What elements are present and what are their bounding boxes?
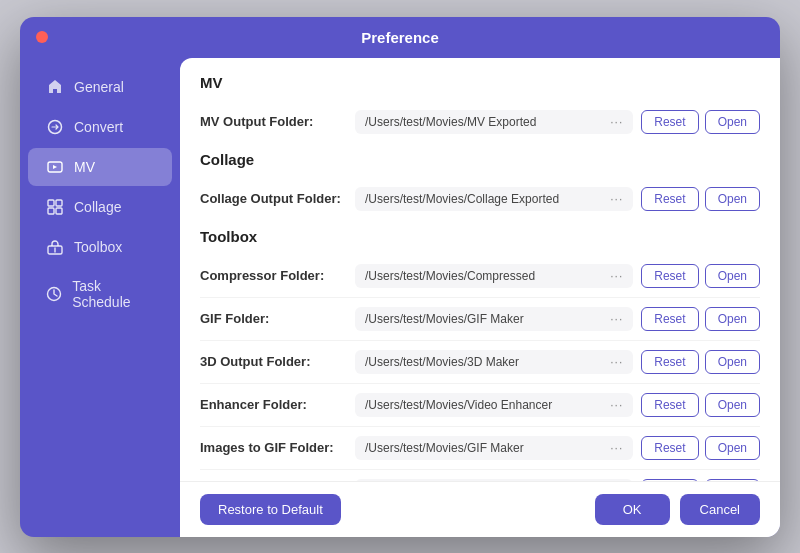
footer-actions: OK Cancel — [595, 494, 760, 525]
svg-rect-2 — [48, 200, 54, 206]
folder-row: 3D Output Folder: /Users/test/Movies/3D … — [200, 341, 760, 384]
taskschedule-icon — [46, 285, 62, 303]
folder-row: Collage Output Folder: /Users/test/Movie… — [200, 178, 760, 220]
folder-actions: Reset Open — [641, 393, 760, 417]
open-button[interactable]: Open — [705, 393, 760, 417]
footer: Restore to Default OK Cancel — [180, 481, 780, 537]
folder-label: 3D Output Folder: — [200, 354, 355, 369]
section-title-toolbox: Toolbox — [200, 228, 760, 245]
close-button[interactable] — [36, 31, 48, 43]
title-bar: Preference — [20, 17, 780, 58]
sidebar-item-toolbox[interactable]: Toolbox — [28, 228, 172, 266]
folder-path-wrap: /Users/test/Movies/MV Exported ··· — [355, 110, 633, 134]
reset-button[interactable]: Reset — [641, 436, 698, 460]
sidebar-label-taskschedule: Task Schedule — [72, 278, 154, 310]
folder-path: /Users/test/Movies/Collage Exported — [365, 192, 604, 206]
folder-row: Enhancer Folder: /Users/test/Movies/Vide… — [200, 384, 760, 427]
folder-dots[interactable]: ··· — [610, 269, 623, 283]
sidebar-item-collage[interactable]: Collage — [28, 188, 172, 226]
reset-button[interactable]: Reset — [641, 479, 698, 481]
folder-row: Video Trimmer Folder: /Users/test/Movies… — [200, 470, 760, 481]
sidebar-label-toolbox: Toolbox — [74, 239, 122, 255]
folder-row: GIF Folder: /Users/test/Movies/GIF Maker… — [200, 298, 760, 341]
collage-icon — [46, 198, 64, 216]
folder-actions: Reset Open — [641, 264, 760, 288]
open-button[interactable]: Open — [705, 264, 760, 288]
sidebar-label-general: General — [74, 79, 124, 95]
main-content: MV MV Output Folder: /Users/test/Movies/… — [180, 58, 780, 537]
section-mv: MV MV Output Folder: /Users/test/Movies/… — [200, 74, 760, 143]
folder-actions: Reset Open — [641, 479, 760, 481]
restore-default-button[interactable]: Restore to Default — [200, 494, 341, 525]
window-title: Preference — [361, 29, 439, 46]
folder-dots[interactable]: ··· — [610, 355, 623, 369]
folder-actions: Reset Open — [641, 307, 760, 331]
folder-row: MV Output Folder: /Users/test/Movies/MV … — [200, 101, 760, 143]
folder-actions: Reset Open — [641, 187, 760, 211]
folder-label: MV Output Folder: — [200, 114, 355, 129]
folder-path-wrap: /Users/test/Movies/Compressed ··· — [355, 264, 633, 288]
folder-path: /Users/test/Movies/Video Enhancer — [365, 398, 604, 412]
folder-path: /Users/test/Movies/GIF Maker — [365, 441, 604, 455]
section-title-mv: MV — [200, 74, 760, 91]
folder-path: /Users/test/Movies/Compressed — [365, 269, 604, 283]
folder-actions: Reset Open — [641, 110, 760, 134]
open-button[interactable]: Open — [705, 110, 760, 134]
folder-row: Compressor Folder: /Users/test/Movies/Co… — [200, 255, 760, 298]
reset-button[interactable]: Reset — [641, 393, 698, 417]
reset-button[interactable]: Reset — [641, 187, 698, 211]
folder-label: Images to GIF Folder: — [200, 440, 355, 455]
open-button[interactable]: Open — [705, 479, 760, 481]
reset-button[interactable]: Reset — [641, 264, 698, 288]
reset-button[interactable]: Reset — [641, 350, 698, 374]
folder-path: /Users/test/Movies/GIF Maker — [365, 312, 604, 326]
svg-rect-4 — [48, 208, 54, 214]
folder-label: Compressor Folder: — [200, 268, 355, 283]
sidebar: General Convert MV Collage Toolbox Task … — [20, 58, 180, 537]
section-toolbox: Toolbox Compressor Folder: /Users/test/M… — [200, 228, 760, 481]
folder-actions: Reset Open — [641, 436, 760, 460]
folder-dots[interactable]: ··· — [610, 115, 623, 129]
sidebar-label-convert: Convert — [74, 119, 123, 135]
folder-path-wrap: /Users/test/Movies/Video Trimmer ··· — [355, 479, 633, 481]
section-title-collage: Collage — [200, 151, 760, 168]
ok-button[interactable]: OK — [595, 494, 670, 525]
content-scroll[interactable]: MV MV Output Folder: /Users/test/Movies/… — [180, 58, 780, 481]
folder-dots[interactable]: ··· — [610, 398, 623, 412]
open-button[interactable]: Open — [705, 436, 760, 460]
reset-button[interactable]: Reset — [641, 110, 698, 134]
folder-path: /Users/test/Movies/MV Exported — [365, 115, 604, 129]
reset-button[interactable]: Reset — [641, 307, 698, 331]
svg-rect-3 — [56, 200, 62, 206]
sidebar-item-convert[interactable]: Convert — [28, 108, 172, 146]
folder-path-wrap: /Users/test/Movies/GIF Maker ··· — [355, 307, 633, 331]
sidebar-item-general[interactable]: General — [28, 68, 172, 106]
folder-row: Images to GIF Folder: /Users/test/Movies… — [200, 427, 760, 470]
open-button[interactable]: Open — [705, 307, 760, 331]
svg-rect-5 — [56, 208, 62, 214]
folder-dots[interactable]: ··· — [610, 312, 623, 326]
sidebar-label-collage: Collage — [74, 199, 121, 215]
traffic-lights — [36, 31, 48, 43]
open-button[interactable]: Open — [705, 350, 760, 374]
sidebar-item-taskschedule[interactable]: Task Schedule — [28, 268, 172, 320]
convert-icon — [46, 118, 64, 136]
folder-label: GIF Folder: — [200, 311, 355, 326]
folder-label: Enhancer Folder: — [200, 397, 355, 412]
open-button[interactable]: Open — [705, 187, 760, 211]
preference-window: Preference General Convert MV Collage To… — [20, 17, 780, 537]
sidebar-label-mv: MV — [74, 159, 95, 175]
toolbox-icon — [46, 238, 64, 256]
folder-path-wrap: /Users/test/Movies/Collage Exported ··· — [355, 187, 633, 211]
cancel-button[interactable]: Cancel — [680, 494, 760, 525]
folder-dots[interactable]: ··· — [610, 192, 623, 206]
folder-path: /Users/test/Movies/3D Maker — [365, 355, 604, 369]
section-collage: Collage Collage Output Folder: /Users/te… — [200, 151, 760, 220]
sidebar-item-mv[interactable]: MV — [28, 148, 172, 186]
folder-path-wrap: /Users/test/Movies/GIF Maker ··· — [355, 436, 633, 460]
window-body: General Convert MV Collage Toolbox Task … — [20, 58, 780, 537]
mv-icon — [46, 158, 64, 176]
folder-path-wrap: /Users/test/Movies/Video Enhancer ··· — [355, 393, 633, 417]
folder-dots[interactable]: ··· — [610, 441, 623, 455]
folder-actions: Reset Open — [641, 350, 760, 374]
